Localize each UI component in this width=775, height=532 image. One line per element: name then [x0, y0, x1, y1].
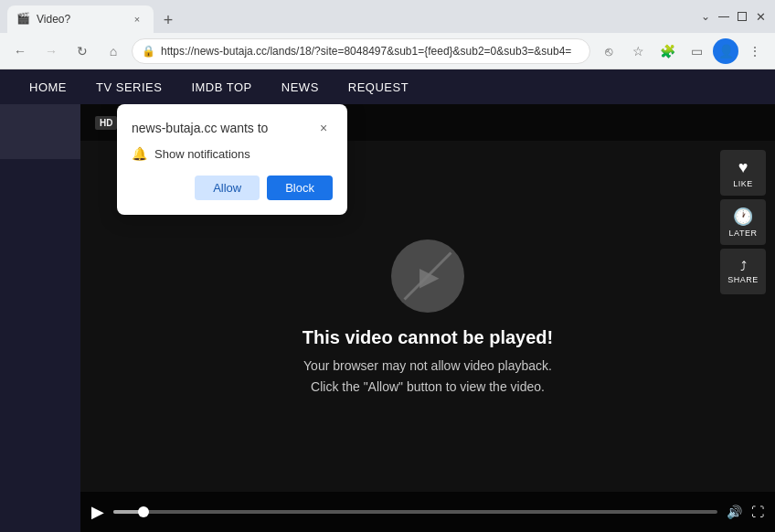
- video-error-line1: Your browser may not allow video playbac…: [303, 358, 552, 373]
- lock-icon: 🔒: [142, 45, 155, 58]
- fullscreen-button[interactable]: ⛶: [751, 505, 764, 519]
- allow-button[interactable]: Allow: [195, 176, 260, 200]
- address-bar[interactable]: 🔒 https://news-butaja.cc/lands/18/?site=…: [132, 38, 590, 64]
- video-progress-bar[interactable]: [113, 510, 717, 514]
- extensions-button[interactable]: 🧩: [654, 38, 680, 64]
- bell-icon: 🔔: [132, 146, 147, 161]
- nav-actions: ⎋ ☆ 🧩 ▭ 👤 ⋮: [596, 38, 768, 64]
- popup-close-button[interactable]: ×: [314, 119, 333, 137]
- minimize-icon: [718, 16, 729, 17]
- window-controls: ⌄ ✕: [698, 9, 768, 24]
- tab-strip-button[interactable]: ▭: [684, 38, 709, 64]
- video-center: ▶ This video cannot be played! Your brow…: [303, 239, 554, 397]
- maximize-button[interactable]: [735, 9, 749, 24]
- tab-favicon: 🎬: [16, 12, 31, 27]
- main-content: HD Downloads ♥ LIKE 🕐 LATER ⤴ SHARE: [0, 104, 775, 532]
- menu-item-tvseries[interactable]: TV SERIES: [81, 69, 176, 104]
- heart-icon: ♥: [738, 158, 748, 177]
- tab-close-button[interactable]: ×: [130, 12, 144, 27]
- progress-thumb: [138, 506, 149, 517]
- permission-text: Show notifications: [154, 147, 250, 161]
- cast-button[interactable]: ⎋: [596, 38, 621, 64]
- video-error-message: This video cannot be played! Your browse…: [303, 327, 554, 397]
- page-left: [0, 104, 80, 532]
- title-bar: 🎬 Video? × + ⌄ ✕: [0, 0, 775, 33]
- video-error-line2: Click the "Allow" button to view the vid…: [311, 379, 545, 394]
- video-controls: ▶ 🔊 ⛶: [80, 492, 775, 532]
- minimize-button[interactable]: [717, 9, 731, 24]
- video-error-title: This video cannot be played!: [303, 327, 554, 348]
- close-button[interactable]: ✕: [753, 9, 768, 24]
- maximize-icon: [738, 12, 747, 21]
- menu-item-imdbtop[interactable]: IMDB TOP: [176, 69, 266, 104]
- share-label: SHARE: [727, 275, 759, 284]
- thumbnail-strip: [0, 104, 80, 159]
- profile-icon: 👤: [718, 44, 734, 59]
- menu-item-home[interactable]: HOME: [15, 69, 81, 104]
- like-button[interactable]: ♥ LIKE: [720, 150, 766, 196]
- bookmark-button[interactable]: ☆: [625, 38, 651, 64]
- nav-bar: ← → ↻ ⌂ 🔒 https://news-butaja.cc/lands/1…: [0, 33, 775, 69]
- reload-button[interactable]: ↻: [69, 38, 95, 64]
- share-icon: ⤴: [740, 259, 747, 273]
- forward-button[interactable]: →: [38, 38, 64, 64]
- browser-frame: 🎬 Video? × + ⌄ ✕ ← → ↻ ⌂ 🔒 https://news-…: [0, 0, 775, 532]
- url-text: https://news-butaja.cc/lands/18/?site=80…: [161, 45, 580, 58]
- tab-bar: 🎬 Video? × +: [7, 0, 181, 33]
- popup-header: news-butaja.cc wants to ×: [132, 119, 333, 137]
- site-menu-bar: HOME TV SERIES IMDB TOP NEWS REQUEST: [0, 69, 775, 104]
- notification-popup: news-butaja.cc wants to × 🔔 Show notific…: [117, 104, 347, 215]
- tab-search-button[interactable]: ⌄: [698, 9, 713, 24]
- hd-badge: HD: [95, 116, 117, 130]
- popup-permission-row: 🔔 Show notifications: [132, 146, 333, 161]
- menu-item-news[interactable]: NEWS: [267, 69, 334, 104]
- menu-item-request[interactable]: REQUEST: [334, 69, 423, 104]
- later-button[interactable]: 🕐 LATER: [720, 199, 766, 245]
- video-side-actions: ♥ LIKE 🕐 LATER ⤴ SHARE: [720, 150, 766, 294]
- menu-button[interactable]: ⋮: [742, 38, 768, 64]
- popup-buttons: Allow Block: [132, 176, 333, 200]
- play-pause-button[interactable]: ▶: [91, 502, 104, 522]
- profile-button[interactable]: 👤: [713, 38, 738, 64]
- later-label: LATER: [729, 229, 758, 238]
- active-tab[interactable]: 🎬 Video? ×: [7, 5, 154, 33]
- block-button[interactable]: Block: [267, 176, 333, 200]
- play-blocked-container: ▶: [391, 239, 464, 313]
- like-label: LIKE: [733, 179, 753, 188]
- back-button[interactable]: ←: [7, 38, 33, 64]
- new-tab-button[interactable]: +: [155, 7, 181, 33]
- video-error-desc: Your browser may not allow video playbac…: [303, 356, 554, 397]
- popup-title: news-butaja.cc wants to: [132, 121, 268, 135]
- tab-title: Video?: [37, 13, 124, 26]
- volume-button[interactable]: 🔊: [727, 505, 742, 519]
- share-button[interactable]: ⤴ SHARE: [720, 249, 766, 294]
- home-button[interactable]: ⌂: [101, 38, 126, 64]
- clock-icon: 🕐: [733, 207, 753, 227]
